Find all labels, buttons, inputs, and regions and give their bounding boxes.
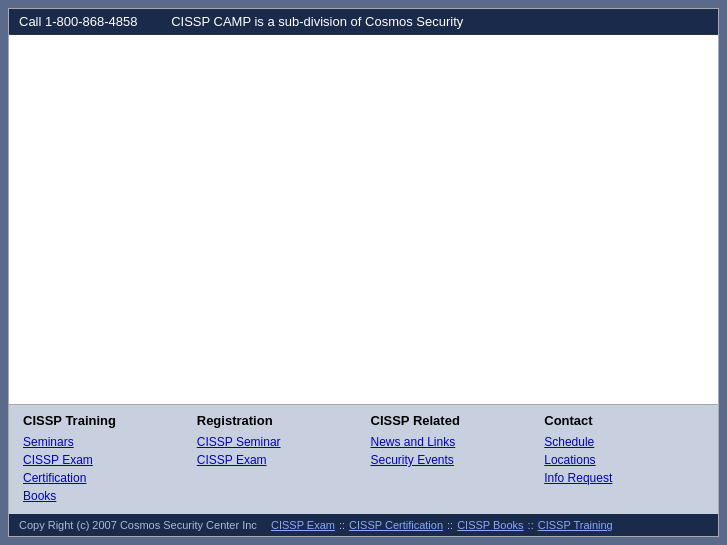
list-item: CISSP Exam: [197, 452, 351, 467]
list-item: Info Request: [544, 470, 698, 485]
bottom-link-0[interactable]: CISSP Exam: [271, 519, 335, 531]
nav-column-list-cissp-training: SeminarsCISSP ExamCertificationBooks: [23, 434, 177, 503]
bottom-bar: Copy Right (c) 2007 Cosmos Security Cent…: [9, 514, 718, 536]
nav-column-cissp-training: CISSP TrainingSeminarsCISSP ExamCertific…: [19, 413, 187, 506]
bottom-separator-2: ::: [528, 519, 534, 531]
nav-column-list-registration: CISSP SeminarCISSP Exam: [197, 434, 351, 467]
bottom-link-separator-0: [261, 519, 267, 531]
list-item: Seminars: [23, 434, 177, 449]
nav-column-contact: ContactScheduleLocationsInfo Request: [534, 413, 708, 506]
nav-link-contact-2[interactable]: Info Request: [544, 471, 612, 485]
nav-column-header-cissp-related: CISSP Related: [371, 413, 525, 428]
nav-link-cissp-training-2[interactable]: Certification: [23, 471, 86, 485]
nav-column-registration: RegistrationCISSP SeminarCISSP Exam: [187, 413, 361, 506]
app-wrapper: Call 1-800-868-4858 CISSP CAMP is a sub-…: [0, 0, 727, 545]
list-item: CISSP Exam: [23, 452, 177, 467]
list-item: CISSP Seminar: [197, 434, 351, 449]
tagline: CISSP CAMP is a sub-division of Cosmos S…: [171, 14, 463, 29]
list-item: Certification: [23, 470, 177, 485]
nav-link-registration-1[interactable]: CISSP Exam: [197, 453, 267, 467]
nav-link-cissp-training-1[interactable]: CISSP Exam: [23, 453, 93, 467]
bottom-link-3[interactable]: CISSP Training: [538, 519, 613, 531]
top-bar: Call 1-800-868-4858 CISSP CAMP is a sub-…: [9, 9, 718, 35]
copyright-text: Copy Right (c) 2007 Cosmos Security Cent…: [19, 519, 257, 531]
main-container: Call 1-800-868-4858 CISSP CAMP is a sub-…: [8, 8, 719, 537]
bottom-link-2[interactable]: CISSP Books: [457, 519, 523, 531]
content-area: [9, 35, 718, 404]
nav-link-registration-0[interactable]: CISSP Seminar: [197, 435, 281, 449]
nav-column-list-cissp-related: News and LinksSecurity Events: [371, 434, 525, 467]
nav-column-header-cissp-training: CISSP Training: [23, 413, 177, 428]
list-item: News and Links: [371, 434, 525, 449]
footer-nav: CISSP TrainingSeminarsCISSP ExamCertific…: [9, 404, 718, 514]
nav-link-cissp-training-0[interactable]: Seminars: [23, 435, 74, 449]
nav-link-cissp-related-1[interactable]: Security Events: [371, 453, 454, 467]
bottom-separator-1: ::: [447, 519, 453, 531]
list-item: Security Events: [371, 452, 525, 467]
phone-number: Call 1-800-868-4858: [19, 14, 138, 29]
bottom-link-1[interactable]: CISSP Certification: [349, 519, 443, 531]
nav-link-contact-1[interactable]: Locations: [544, 453, 595, 467]
nav-column-header-registration: Registration: [197, 413, 351, 428]
list-item: Schedule: [544, 434, 698, 449]
footer-nav-columns: CISSP TrainingSeminarsCISSP ExamCertific…: [19, 413, 708, 506]
nav-link-contact-0[interactable]: Schedule: [544, 435, 594, 449]
bottom-separator-0: ::: [339, 519, 345, 531]
nav-link-cissp-related-0[interactable]: News and Links: [371, 435, 456, 449]
list-item: Locations: [544, 452, 698, 467]
nav-link-cissp-training-3[interactable]: Books: [23, 489, 56, 503]
nav-column-list-contact: ScheduleLocationsInfo Request: [544, 434, 698, 485]
nav-column-header-contact: Contact: [544, 413, 698, 428]
nav-column-cissp-related: CISSP RelatedNews and LinksSecurity Even…: [361, 413, 535, 506]
list-item: Books: [23, 488, 177, 503]
